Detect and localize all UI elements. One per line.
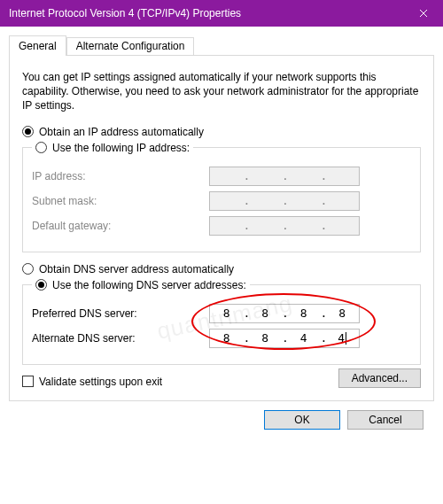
ip-address-label: IP address: bbox=[32, 170, 209, 182]
radio-ip-manual[interactable]: Use the following IP address: bbox=[35, 142, 190, 154]
radio-ip-auto-label: Obtain an IP address automatically bbox=[39, 126, 204, 138]
radio-dns-manual[interactable]: Use the following DNS server addresses: bbox=[35, 279, 246, 291]
ip-address-input: ... bbox=[209, 167, 360, 186]
radio-icon bbox=[35, 142, 47, 153]
radio-dns-manual-label: Use the following DNS server addresses: bbox=[52, 279, 246, 291]
preferred-dns-input[interactable]: 8. 8. 8. 8 bbox=[209, 304, 360, 323]
preferred-dns-label: Preferred DNS server: bbox=[32, 307, 209, 320]
tab-general[interactable]: General bbox=[9, 35, 66, 56]
intro-text: You can get IP settings assigned automat… bbox=[22, 70, 421, 113]
advanced-button[interactable]: Advanced... bbox=[338, 368, 421, 388]
ip-manual-group: Use the following IP address: IP address… bbox=[22, 142, 421, 252]
text-caret bbox=[346, 332, 346, 345]
tab-strip: General Alternate Configuration bbox=[9, 35, 434, 56]
alternate-dns-input[interactable]: 8. 8. 4. 4 bbox=[209, 329, 360, 348]
checkbox-icon bbox=[22, 376, 34, 387]
dialog-footer: OK Cancel bbox=[9, 401, 434, 430]
dns-manual-group: Use the following DNS server addresses: … bbox=[22, 279, 421, 365]
radio-icon bbox=[35, 279, 47, 291]
radio-dns-auto[interactable]: Obtain DNS server address automatically bbox=[22, 263, 421, 275]
radio-ip-auto[interactable]: Obtain an IP address automatically bbox=[22, 126, 421, 138]
alternate-dns-label: Alternate DNS server: bbox=[32, 332, 209, 345]
radio-dns-auto-label: Obtain DNS server address automatically bbox=[39, 263, 234, 275]
cancel-button[interactable]: Cancel bbox=[347, 410, 424, 430]
radio-icon bbox=[22, 263, 34, 275]
default-gateway-input: ... bbox=[209, 216, 360, 236]
validate-label: Validate settings upon exit bbox=[39, 376, 162, 388]
subnet-mask-label: Subnet mask: bbox=[32, 195, 209, 207]
close-icon bbox=[419, 9, 428, 18]
radio-ip-manual-label: Use the following IP address: bbox=[52, 142, 190, 154]
radio-icon bbox=[22, 126, 34, 137]
close-button[interactable] bbox=[403, 0, 443, 27]
default-gateway-label: Default gateway: bbox=[32, 220, 209, 232]
subnet-mask-input: ... bbox=[209, 191, 360, 211]
title-bar: Internet Protocol Version 4 (TCP/IPv4) P… bbox=[0, 0, 443, 27]
general-tab-panel: You can get IP settings assigned automat… bbox=[9, 55, 434, 401]
window-title: Internet Protocol Version 4 (TCP/IPv4) P… bbox=[9, 7, 403, 19]
tab-alternate-configuration[interactable]: Alternate Configuration bbox=[66, 37, 195, 56]
ok-button[interactable]: OK bbox=[264, 410, 340, 430]
